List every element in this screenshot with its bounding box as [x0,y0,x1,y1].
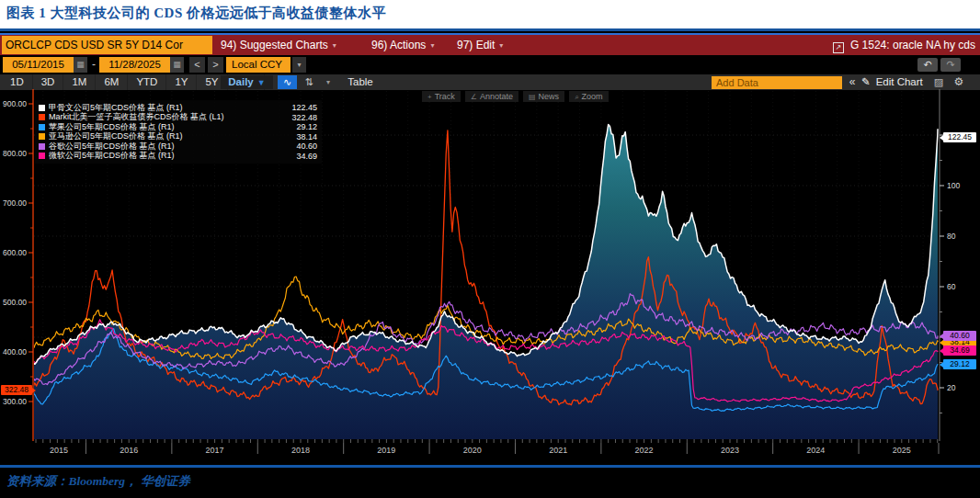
x-axis: 2015201620172018201920202021202220232024… [36,439,939,455]
date-end-field[interactable]: 11/28/2025 [99,57,170,73]
left-axis-label: 700.00 [3,198,27,208]
title-underline [0,28,980,31]
x-axis-year-label: 2019 [377,446,395,455]
compare-icon[interactable]: ⇅ [301,75,317,89]
badge-pointer [940,348,943,354]
x-axis-year-label: 2017 [206,446,224,455]
legend-color-chip [39,124,45,130]
page: 图表 1 大型科技公司的 CDS 价格远远低于高收益债整体水平 ORCLCP C… [0,0,980,498]
period-button-1m[interactable]: 1M [63,74,96,90]
dropdown-arrow-icon: ▼ [257,78,266,87]
calendar-icon[interactable]: ▦ [74,57,87,73]
legend-color-chip [39,153,45,159]
x-axis-year-label: 2015 [50,446,68,455]
bottom-divider [0,465,980,468]
gear-icon[interactable]: ⚙ [951,75,967,89]
chart-tool-annotate[interactable]: ∠Annotate [465,91,518,102]
collapse-panel-button[interactable]: « [846,74,859,90]
left-axis-label: 400.00 [3,347,27,357]
caret-down-icon: ▾ [499,41,503,50]
chart-tool-zoom[interactable]: ⌕Zoom [569,91,609,102]
calendar-icon[interactable]: ▦ [170,57,184,73]
axis-value-badge: 40.60 [943,331,976,341]
series-lines [34,124,938,439]
menu-actions[interactable]: 96) Actions▾ [371,36,434,54]
legend-series-value: 29.12 [277,122,317,131]
figure-title-bar: 图表 1 大型科技公司的 CDS 价格远远低于高收益债整体水平 [0,0,980,28]
menu-edit[interactable]: 97) Edit▾ [457,36,503,54]
right-axis-label: 60 [947,282,956,291]
x-axis-year-label: 2020 [463,446,482,455]
right-axis-label: 80 [947,232,956,241]
x-axis-year-label: 2024 [806,446,825,455]
currency-select[interactable]: Local CCY [226,57,291,73]
legend-color-chip [39,114,45,120]
zoom-icon: ⌕ [575,93,578,101]
menu-label: 94) Suggested Charts [221,39,328,51]
frequency-dropdown[interactable]: Daily▼ [221,75,273,89]
chart-tool-news[interactable]: ▤News [523,91,564,102]
table-button[interactable]: Table [342,74,379,90]
x-axis-year-label: 2022 [635,446,654,455]
legend-series-value: 122.45 [277,103,317,112]
axis-value-badge: 122.45 [943,132,976,142]
right-axis-label: 100 [947,181,960,190]
add-data-input[interactable]: Add Data [712,76,842,89]
badge-pointer [940,135,943,141]
legend-series-value: 34.69 [277,152,317,161]
menu-suggested-charts[interactable]: 94) Suggested Charts▾ [221,36,336,54]
x-axis-year-label: 2023 [721,446,739,455]
legend-series-label: 微软公司5年期CDS价格 基点 (R1) [49,150,277,162]
undo-button[interactable]: ↶ [917,58,938,72]
edit-chart-label: Edit Chart [876,76,923,87]
chart-tool-track[interactable]: +Track [422,91,461,102]
period-button-3d[interactable]: 3D [33,74,64,90]
badge-pointer [32,388,36,393]
legend-series-value: 40.60 [277,141,317,151]
saved-chart-label: G 1524: oracle NA hy cds [850,39,975,51]
chart-annotate-icon[interactable]: ▨ [930,75,947,89]
date-range-separator: - [92,57,96,73]
x-axis-year-label: 2025 [893,446,911,455]
legend-color-chip [39,143,45,150]
x-axis-year-label: 2021 [549,446,567,455]
pencil-icon: ✎ [861,76,871,87]
axis-value-badge: 322.48 [1,385,32,395]
next-period-button[interactable]: > [208,57,223,73]
currency-caret-icon[interactable]: ▾ [292,57,306,73]
period-button-6m[interactable]: 6M [96,74,128,90]
chart-tools: +Track∠Annotate▤News⌕Zoom [422,91,609,102]
source-note: 资料来源：Bloomberg， 华创证券 [6,473,190,490]
saved-chart-tag[interactable]: ↗G 1524: oracle NA hy cds [833,36,975,54]
left-axis-label: 800.00 [3,149,27,158]
legend-color-chip [39,133,45,140]
redo-button[interactable]: ↷ [940,58,961,72]
chart-legend: 甲骨文公司5年期CDS价格 基点 (R1)122.45Markit北美一篮子高收… [35,100,322,164]
badge-pointer [940,362,943,368]
chart-type-caret-icon[interactable]: ▾ [321,75,336,89]
legend-item[interactable]: 微软公司5年期CDS价格 基点 (R1)34.69 [39,152,317,162]
legend-color-chip [39,105,45,111]
caret-down-icon: ▾ [333,41,336,50]
figure-title: 图表 1 大型科技公司的 CDS 价格远远低于高收益债整体水平 [6,5,386,22]
track-icon: + [427,93,432,101]
line-chart-type-button[interactable]: ∿ [278,75,297,89]
axis-value-badge: 29.12 [943,359,976,369]
x-axis-year-label: 2016 [120,446,138,455]
caret-down-icon: ▾ [430,41,434,50]
menu-label: 96) Actions [371,39,426,51]
menu-label: 97) Edit [457,39,495,51]
period-button-1d[interactable]: 1D [2,74,33,90]
prev-period-button[interactable]: < [189,57,205,73]
period-button-ytd[interactable]: YTD [128,74,166,90]
legend-series-value: 38.14 [277,132,317,141]
edit-chart-button[interactable]: ✎Edit Chart [861,74,923,90]
left-axis-label: 500.00 [3,298,27,307]
right-axis-label: 20 [947,383,956,392]
oracle-area-fill [34,124,938,439]
x-axis-year-label: 2018 [291,446,310,455]
date-start-field[interactable]: 05/11/2015 [3,57,74,73]
annotate-icon: ∠ [471,93,477,101]
period-button-1y[interactable]: 1Y [166,74,197,90]
security-ticker-field[interactable]: ORCLCP CDS USD SR 5Y D14 Cor [2,36,212,54]
